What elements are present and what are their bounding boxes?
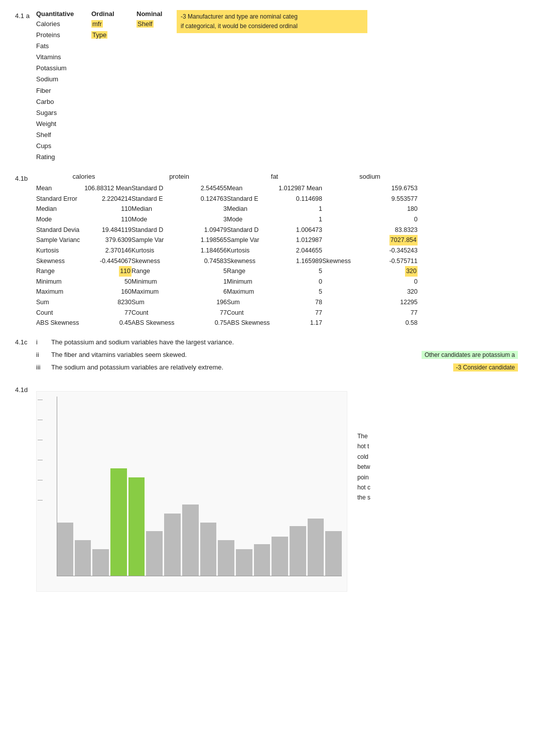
section-label-4b: 4.1b: [15, 173, 36, 328]
stat-row: Range5: [227, 266, 322, 277]
bar: [75, 540, 91, 576]
roman-i: i: [36, 338, 51, 346]
note-line1: -3 Manufacturer and type are nominal cat…: [181, 12, 363, 22]
bar: [146, 531, 163, 576]
quantitative-column: Quantitative Calories Proteins Fats Vita…: [36, 10, 91, 163]
stat-row: Skewness0.74583: [131, 256, 227, 267]
section-4a: 4.1 a Quantitative Calories Proteins Fat…: [15, 10, 518, 163]
bar: [200, 523, 217, 576]
stat-row: ABS Skewness0.75: [131, 318, 227, 328]
stat-row: 7027.854: [322, 235, 418, 245]
stat-row: Standard D1.006473: [227, 225, 322, 235]
nominal-header: Nominal: [137, 10, 177, 18]
item-4c-ii: ii The fiber and vitamins variables seem…: [36, 351, 518, 358]
stat-row: Maximum5: [227, 287, 322, 297]
stat-row: Skewness 1.165989: [227, 256, 322, 267]
y-axis: [57, 397, 57, 576]
stat-row: Sample Var1.198565: [131, 235, 227, 245]
note-column: -3 Manufacturer and type are nominal cat…: [177, 10, 518, 163]
stats-headers: calories protein fat sodium: [36, 173, 518, 180]
section-label-4d: 4.1d: [15, 386, 36, 592]
stat-row: Kurtosis1.184656: [131, 245, 227, 256]
chart-area: — — — — — —: [36, 391, 518, 592]
stat-row: Median110: [36, 204, 131, 214]
col-header-sodium: sodium: [322, 173, 418, 180]
stat-row: Standard Error2.2204214: [36, 194, 131, 204]
stat-row: ABS Skewness1.17: [227, 318, 322, 328]
stat-row: Skewness-0.575711: [322, 256, 418, 267]
stats-protein: Standard D2.545455 Standard E0.124763 Me…: [131, 183, 227, 328]
stat-row: Minimum0: [227, 277, 322, 287]
chart-note: The hot t cold betw poin hot c the s: [357, 391, 448, 592]
bar: [218, 540, 234, 576]
stat-row: Range5: [131, 266, 227, 277]
stat-row: 320: [322, 266, 418, 277]
ordinal-vars: mfr Type: [91, 19, 137, 41]
stat-row: Mean106.88312 Mean: [36, 183, 131, 194]
quantitative-header: Quantitative: [36, 10, 91, 18]
stat-row: Median3: [131, 204, 227, 214]
stat-row: Sample Varianc379.6309: [36, 235, 131, 245]
stat-row: Mode3: [131, 214, 227, 225]
bar: [182, 505, 199, 576]
stat-row: Skewness-0.4454067: [36, 256, 131, 267]
ordinal-header: Ordinal: [91, 10, 137, 18]
stat-row: Standard Devia19.484119: [36, 225, 131, 235]
bar: [254, 544, 271, 576]
bar: [272, 537, 288, 576]
bar-hot: [110, 468, 127, 576]
bar: [290, 526, 306, 576]
stat-row: 0: [322, 277, 418, 287]
bar: [325, 531, 342, 576]
stat-row: Sum78: [227, 297, 322, 308]
stat-row: ABS Skewness0.45: [36, 318, 131, 328]
stats-data: Mean106.88312 Mean Standard Error2.22042…: [36, 183, 518, 328]
stat-row: -0.345243: [322, 245, 418, 256]
section-4d-content: — — — — — —: [36, 386, 518, 592]
item-4c-iii: iii The sodium and potassium variables a…: [36, 363, 518, 371]
note-box-4a: -3 Manufacturer and type are nominal cat…: [177, 10, 367, 33]
col-header-protein: protein: [131, 173, 227, 180]
section-4c-row: 4.1c i The potassium and sodium variable…: [15, 338, 518, 376]
stat-row: 180: [322, 204, 418, 214]
stat-row: Sum8230: [36, 297, 131, 308]
stat-row: 9.553577: [322, 194, 418, 204]
chart-container: — — — — — —: [36, 391, 347, 592]
stat-row: Kurtosis2.370146: [36, 245, 131, 256]
col-header-fat: fat: [227, 173, 322, 180]
col-header-calories: calories: [36, 173, 131, 180]
item-text-iii: The sodium and potassium variables are r…: [51, 363, 438, 371]
stat-row: 320: [322, 287, 418, 297]
stat-row: Maximum6: [131, 287, 227, 297]
stat-row: Kurtosis2.044655: [227, 245, 322, 256]
stat-row: Mode110: [36, 214, 131, 225]
bar: [92, 549, 109, 576]
section-label-4c: 4.1c: [15, 338, 36, 376]
bar: [164, 514, 181, 576]
bar: [57, 523, 73, 576]
quantitative-vars: Calories Proteins Fats Vitamins Potassiu…: [36, 19, 91, 163]
note-ii: Other candidates are potassium a: [422, 351, 518, 358]
stat-row: 83.8323: [322, 225, 418, 235]
stats-container: calories protein fat sodium Mean106.8831…: [36, 173, 518, 328]
note-line2: if categorical, it would be considered o…: [181, 22, 363, 31]
stat-row: 159.6753: [322, 183, 418, 194]
bar-hot: [128, 477, 145, 576]
stat-row: Sum196: [131, 297, 227, 308]
stat-row: Standard E0.124763: [131, 194, 227, 204]
stat-row: Count77: [131, 308, 227, 318]
stat-row: Mean1.012987 Mean: [227, 183, 322, 194]
section-label-4a: 4.1 a: [15, 10, 36, 163]
stat-row: Standard E0.114698: [227, 194, 322, 204]
section-4b: 4.1b calories protein fat sodium Mean106…: [15, 173, 518, 328]
stat-row: Mode1: [227, 214, 322, 225]
roman-iii: iii: [36, 363, 51, 371]
stats-sodium: 159.6753 9.553577 180 0 83.8323 7027.854…: [322, 183, 418, 328]
item-text-i: The potassium and sodium variables have …: [51, 338, 518, 346]
stat-row: Standard D2.545455: [131, 183, 227, 194]
bar-chart: [57, 397, 342, 576]
bar: [308, 519, 324, 576]
stat-row: 0: [322, 214, 418, 225]
section-4d-row: 4.1d — — — — — —: [15, 386, 518, 592]
stats-calories: Mean106.88312 Mean Standard Error2.22042…: [36, 183, 131, 328]
